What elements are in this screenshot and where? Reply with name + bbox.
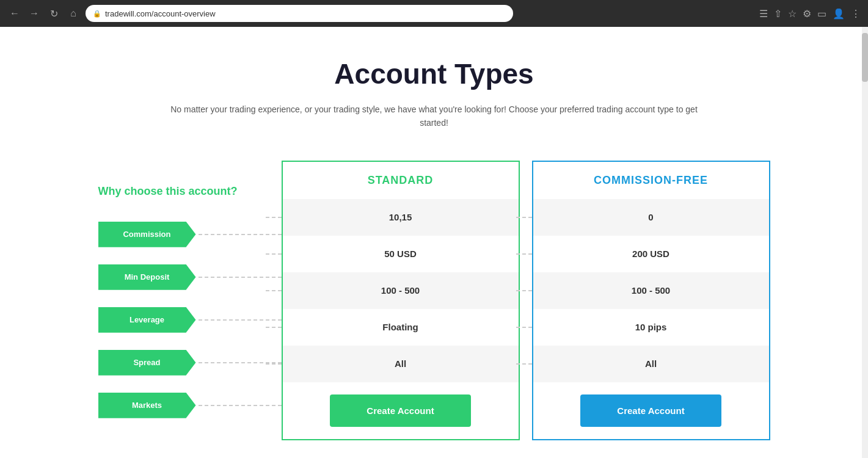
standard-card: STANDARD 10,15 50 USD 100 - 500 xyxy=(282,161,520,440)
label-dashes-commission xyxy=(199,234,282,235)
scrollbar[interactable] xyxy=(862,27,868,458)
commission-free-dashes-min-deposit xyxy=(516,253,532,255)
label-dashes-min-deposit xyxy=(199,277,282,278)
browser-actions: ☰ ⇧ ☆ ⚙ ▭ 👤 ⋮ xyxy=(759,8,861,20)
labels-title: Why choose this account? xyxy=(98,185,282,198)
refresh-button[interactable]: ↻ xyxy=(46,6,61,21)
commission-free-dashes-markets xyxy=(516,363,532,365)
commission-free-card: COMMISSION-FREE 0 200 USD 100 - 500 xyxy=(532,161,770,440)
label-badge-leverage: Leverage xyxy=(98,307,196,333)
label-item-min-deposit: Min Deposit xyxy=(98,259,282,296)
label-item-markets: Markets xyxy=(98,387,282,424)
commission-free-dashes-spread xyxy=(516,327,532,328)
cards-area: STANDARD 10,15 50 USD 100 - 500 xyxy=(282,161,770,440)
labels-column: Why choose this account? Commission Min … xyxy=(98,161,282,430)
commission-free-row-spread: 10 pips xyxy=(533,309,769,346)
lock-icon: 🔒 xyxy=(93,10,101,18)
forward-button[interactable]: → xyxy=(27,6,42,21)
standard-dashes-spread xyxy=(266,327,282,328)
url-text: tradewill.com/account-overview xyxy=(105,9,216,18)
label-dashes-markets xyxy=(199,405,282,406)
label-item-leverage: Leverage xyxy=(98,302,282,338)
comparison-section: Why choose this account? Commission Min … xyxy=(98,161,770,440)
page-content: Account Types No matter your trading exp… xyxy=(0,27,868,458)
home-button[interactable]: ⌂ xyxy=(66,6,81,21)
share-icon[interactable]: ⇧ xyxy=(774,8,782,20)
scrollbar-thumb[interactable] xyxy=(862,33,868,82)
browser-chrome: ← → ↻ ⌂ 🔒 tradewill.com/account-overview… xyxy=(0,0,868,27)
extensions-icon[interactable]: ⚙ xyxy=(803,8,811,20)
commission-free-dashes-commission xyxy=(516,217,532,218)
profile-icon[interactable]: 👤 xyxy=(833,8,845,20)
page-subtitle: No matter your trading experience, or yo… xyxy=(159,103,709,130)
address-bar[interactable]: 🔒 tradewill.com/account-overview xyxy=(86,5,513,22)
screenshot-icon[interactable]: ☰ xyxy=(759,8,768,20)
standard-dashes-min-deposit xyxy=(266,253,282,255)
standard-card-rows: 10,15 50 USD 100 - 500 Floating xyxy=(283,199,519,382)
back-button[interactable]: ← xyxy=(7,6,22,21)
standard-card-footer: Create Account xyxy=(283,382,519,439)
standard-row-markets: All xyxy=(283,346,519,382)
label-item-commission: Commission xyxy=(98,216,282,253)
commission-free-row-min-deposit: 200 USD xyxy=(533,236,769,272)
commission-free-create-account-button[interactable]: Create Account xyxy=(580,394,721,427)
commission-free-row-markets: All xyxy=(533,346,769,382)
standard-row-commission: 10,15 xyxy=(283,199,519,236)
split-view-icon[interactable]: ▭ xyxy=(817,8,826,20)
label-badge-min-deposit: Min Deposit xyxy=(98,264,196,290)
commission-free-card-footer: Create Account xyxy=(533,382,769,439)
bookmark-icon[interactable]: ☆ xyxy=(788,8,797,20)
commission-free-dashes-leverage xyxy=(516,290,532,291)
standard-dashes-leverage xyxy=(266,290,282,291)
commission-free-card-header: COMMISSION-FREE xyxy=(533,162,769,199)
standard-dashes-markets xyxy=(266,363,282,365)
commission-free-row-leverage: 100 - 500 xyxy=(533,272,769,309)
menu-icon[interactable]: ⋮ xyxy=(851,8,861,20)
standard-card-header: STANDARD xyxy=(283,162,519,199)
standard-row-leverage: 100 - 500 xyxy=(283,272,519,309)
label-badge-spread: Spread xyxy=(98,350,196,376)
label-item-spread: Spread xyxy=(98,344,282,381)
commission-free-row-commission: 0 xyxy=(533,199,769,236)
standard-row-min-deposit: 50 USD xyxy=(283,236,519,272)
label-dashes-leverage xyxy=(199,319,282,321)
commission-free-card-rows: 0 200 USD 100 - 500 10 pips xyxy=(533,199,769,382)
standard-dashes-commission xyxy=(266,217,282,218)
page-title: Account Types xyxy=(334,57,533,90)
label-badge-commission: Commission xyxy=(98,222,196,247)
standard-create-account-button[interactable]: Create Account xyxy=(330,394,470,427)
label-badge-markets: Markets xyxy=(98,393,196,418)
standard-row-spread: Floating xyxy=(283,309,519,346)
